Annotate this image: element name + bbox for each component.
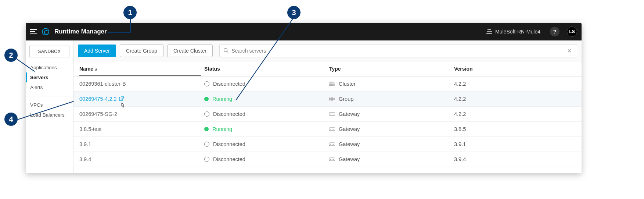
svg-point-28 — [330, 159, 331, 160]
status-running-icon — [204, 127, 209, 131]
annotation-4: 4 — [4, 113, 18, 126]
gateway-icon — [329, 157, 335, 161]
sidebar-item-applications[interactable]: Applications — [26, 63, 73, 72]
type-label: Gateway — [339, 141, 360, 147]
status-running-icon — [204, 97, 209, 101]
svg-point-30 — [333, 159, 334, 160]
server-name-cell[interactable]: 00269475-4.2.2 — [79, 96, 204, 102]
svg-rect-9 — [331, 84, 333, 86]
toolbar: Add Server Create Group Create Cluster × — [73, 40, 582, 61]
logo-icon — [42, 28, 49, 35]
type-label: Cluster — [339, 81, 356, 87]
app-title: Runtime Manager — [54, 28, 107, 35]
environment-button[interactable]: SANDBOX — [29, 46, 69, 57]
menu-icon[interactable] — [30, 29, 37, 34]
type-label: Gateway — [339, 111, 360, 117]
table-row[interactable]: 3.9.1DisconnectedGateway3.9.1 — [73, 137, 582, 152]
svg-rect-6 — [331, 82, 333, 83]
svg-rect-8 — [329, 84, 331, 86]
status-disconnected-icon — [204, 142, 209, 147]
table-row[interactable]: 00269475-SG-2DisconnectedGateway4.2.2 — [73, 107, 582, 122]
svg-rect-7 — [334, 82, 335, 83]
version-cell: 4.2.2 — [454, 81, 576, 87]
clear-search-icon[interactable]: × — [566, 47, 573, 55]
column-header-type[interactable]: Type — [329, 66, 454, 72]
svg-rect-0 — [486, 33, 492, 34]
group-icon — [329, 97, 335, 101]
server-name-cell[interactable]: 3.9.4 — [79, 156, 204, 162]
status-label: Disconnected — [213, 111, 245, 117]
sidebar-divider — [26, 96, 73, 96]
column-header-name[interactable]: Name ∧ — [79, 66, 204, 72]
type-label: Gateway — [339, 156, 360, 162]
svg-point-22 — [333, 129, 334, 129]
table-row[interactable]: 00269361-cluster-BDisconnectedCluster4.2… — [73, 77, 582, 92]
svg-point-26 — [333, 144, 334, 145]
org-switcher[interactable]: MuleSoft-RN-Mule4 — [486, 29, 540, 35]
type-cell: Cluster — [329, 81, 454, 87]
sidebar-nav-primary: Applications Servers Alerts — [26, 63, 73, 92]
top-bar: Runtime Manager MuleSoft-RN-Mule4 ? LS — [26, 23, 582, 40]
status-cell: Disconnected — [204, 111, 329, 117]
search-icon — [223, 48, 229, 54]
svg-point-18 — [333, 114, 334, 114]
sidebar: SANDBOX Applications Servers Alerts VPCs… — [26, 40, 73, 173]
status-label: Disconnected — [213, 141, 245, 147]
svg-point-20 — [330, 129, 331, 129]
type-cell: Group — [329, 96, 454, 102]
type-label: Group — [339, 96, 353, 102]
add-server-button[interactable]: Add Server — [78, 45, 116, 57]
column-header-name-label: Name — [79, 66, 93, 72]
type-cell: Gateway — [329, 141, 454, 147]
svg-rect-1 — [487, 31, 492, 32]
gateway-icon — [329, 112, 335, 116]
main-panel: Add Server Create Group Create Cluster ×… — [73, 40, 582, 173]
status-disconnected-icon — [204, 157, 209, 162]
status-cell: Disconnected — [204, 156, 329, 162]
version-cell: 4.2.2 — [454, 111, 576, 117]
version-cell: 3.9.4 — [454, 156, 576, 162]
search-input[interactable] — [229, 46, 566, 56]
table-row[interactable]: 00269475-4.2.2 RunningGroup4.2.2 — [73, 92, 582, 107]
annotation-1: 1 — [123, 6, 137, 19]
server-name-label: 3.9.4 — [79, 156, 91, 162]
org-icon — [486, 29, 492, 34]
svg-rect-13 — [329, 99, 332, 101]
sort-asc-icon: ∧ — [95, 67, 97, 71]
status-label: Running — [212, 126, 232, 132]
svg-point-29 — [332, 159, 332, 160]
help-button[interactable]: ? — [550, 27, 560, 36]
status-disconnected-icon — [204, 81, 209, 86]
type-label: Gateway — [339, 126, 360, 132]
server-name-label: 3.9.1 — [79, 141, 91, 147]
svg-point-17 — [332, 114, 332, 114]
svg-rect-2 — [488, 29, 491, 30]
avatar[interactable]: LS — [567, 26, 577, 37]
svg-point-25 — [332, 144, 332, 145]
svg-point-24 — [330, 144, 331, 145]
gateway-icon — [329, 127, 335, 131]
table-body: 00269361-cluster-BDisconnectedCluster4.2… — [73, 77, 582, 173]
type-cell: Gateway — [329, 126, 454, 132]
svg-rect-5 — [329, 82, 331, 83]
type-cell: Gateway — [329, 156, 454, 162]
server-name-cell[interactable]: 3.8.5-test — [79, 126, 204, 132]
external-link-icon[interactable] — [119, 96, 124, 102]
annotation-3: 3 — [287, 6, 301, 19]
column-header-version[interactable]: Version — [454, 66, 576, 72]
create-cluster-button[interactable]: Create Cluster — [167, 45, 213, 57]
org-name: MuleSoft-RN-Mule4 — [495, 29, 540, 35]
server-name-cell[interactable]: 00269361-cluster-B — [79, 81, 204, 87]
create-group-button[interactable]: Create Group — [120, 45, 163, 57]
type-cell: Gateway — [329, 111, 454, 117]
sidebar-item-servers[interactable]: Servers — [26, 72, 73, 82]
table-row[interactable]: 3.9.4DisconnectedGateway3.9.4 — [73, 152, 582, 167]
server-name-cell[interactable]: 3.9.1 — [79, 141, 204, 147]
svg-rect-10 — [334, 84, 335, 86]
server-name-cell[interactable]: 00269475-SG-2 — [79, 111, 204, 117]
table-row[interactable]: 3.8.5-testRunningGateway3.8.5 — [73, 122, 582, 137]
svg-point-16 — [330, 114, 331, 114]
column-header-status[interactable]: Status — [204, 66, 329, 72]
sidebar-item-alerts[interactable]: Alerts — [26, 82, 73, 92]
status-cell: Running — [204, 126, 329, 132]
